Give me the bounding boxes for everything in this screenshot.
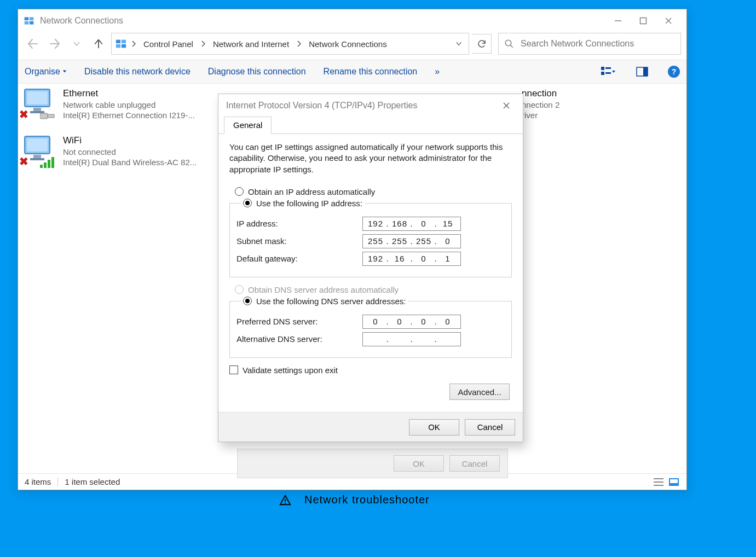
svg-rect-25	[48, 114, 54, 118]
nav-back-button[interactable]	[24, 34, 42, 53]
svg-rect-31	[44, 163, 47, 168]
connection-device: Intel(R) Ethernet Connection I219-...	[63, 111, 195, 120]
warning-icon	[279, 494, 291, 506]
breadcrumb-leaf[interactable]: Network Connections	[305, 38, 390, 50]
status-count: 4 items	[25, 477, 51, 486]
svg-line-13	[510, 45, 513, 48]
svg-rect-24	[40, 113, 48, 119]
validate-on-exit-checkbox[interactable]: Validate settings upon exit	[229, 365, 512, 375]
window-icon	[24, 15, 34, 26]
ok-button[interactable]: OK	[409, 419, 459, 436]
breadcrumb-root[interactable]: Control Panel	[140, 38, 197, 50]
ip-auto-label: Obtain an IP address automatically	[248, 187, 375, 196]
connection-device: Intel(R) Dual Band Wireless-AC 82...	[63, 158, 197, 167]
chevron-right-icon[interactable]	[199, 40, 207, 47]
ip-address-label: IP address:	[236, 219, 362, 228]
connection-title: Ethernet	[63, 88, 195, 99]
alt-dns-input[interactable]: . . .	[362, 332, 461, 346]
rename-button[interactable]: Rename this connection	[324, 67, 418, 77]
ip-manual-label: Use the following IP address:	[256, 199, 362, 208]
minimize-button[interactable]	[605, 9, 631, 32]
connection-item-bluetooth[interactable]: nnection nnection 2 river	[522, 88, 559, 120]
search-input[interactable]	[520, 38, 675, 49]
help-button[interactable]: ?	[668, 66, 680, 78]
dns-auto-radio: Obtain DNS server address automatically	[235, 285, 512, 294]
svg-rect-27	[27, 138, 48, 152]
svg-point-40	[285, 502, 286, 503]
nav-recent-button[interactable]	[67, 34, 86, 53]
dialog-intro-text: You can get IP settings assigned automat…	[229, 142, 512, 175]
default-gateway-input[interactable]: 192. 16. 0. 1	[362, 252, 461, 266]
organise-menu[interactable]: Organise	[25, 67, 67, 77]
ip-manual-radio[interactable]: Use the following IP address:	[243, 199, 362, 208]
dns-auto-label: Obtain DNS server address automatically	[248, 285, 399, 294]
view-options-button[interactable]	[600, 63, 616, 80]
connection-status: Network cable unplugged	[63, 100, 195, 109]
svg-rect-32	[48, 160, 50, 168]
close-button[interactable]	[656, 9, 681, 32]
ipv4-properties-dialog: Internet Protocol Version 4 (TCP/IPv4) P…	[218, 94, 523, 442]
svg-rect-2	[25, 21, 29, 25]
radio-disabled-icon	[235, 285, 244, 294]
ip-manual-group: Use the following IP address: IP address…	[229, 199, 512, 277]
preferred-dns-input[interactable]: 0. 0. 0. 0	[362, 315, 461, 329]
diagnose-button[interactable]: Diagnose this connection	[208, 67, 306, 77]
svg-point-12	[505, 40, 511, 46]
cancel-button[interactable]: Cancel	[465, 419, 515, 436]
svg-rect-30	[40, 165, 43, 168]
breadcrumb-mid[interactable]: Network and Internet	[210, 38, 292, 50]
svg-rect-5	[640, 18, 647, 24]
dns-manual-label: Use the following DNS server addresses:	[256, 297, 406, 306]
disable-device-button[interactable]: Disable this network device	[84, 67, 191, 77]
maximize-button[interactable]	[631, 9, 656, 32]
radio-selected-icon	[243, 199, 252, 207]
nav-row: Control Panel Network and Internet Netwo…	[18, 32, 686, 60]
dialog-title-bar[interactable]: Internet Protocol Version 4 (TCP/IPv4) P…	[218, 94, 523, 117]
status-selection: 1 item selected	[65, 477, 120, 486]
details-view-icon[interactable]	[653, 476, 665, 488]
svg-rect-19	[643, 67, 648, 76]
network-troubleshooter-link[interactable]: Network troubleshooter	[279, 494, 430, 506]
svg-rect-38	[670, 479, 678, 483]
ip-address-input[interactable]: 192. 168. 0. 15	[362, 217, 461, 231]
dns-manual-radio[interactable]: Use the following DNS server addresses:	[243, 297, 406, 306]
cable-plug-icon	[40, 111, 55, 121]
chevron-right-icon[interactable]	[295, 40, 303, 47]
radio-selected-icon	[243, 297, 252, 305]
alt-dns-label: Alternative DNS server:	[236, 334, 362, 344]
nav-up-button[interactable]	[89, 34, 108, 53]
tab-general[interactable]: General	[224, 117, 272, 134]
dialog-close-button[interactable]	[498, 97, 515, 114]
dns-manual-group: Use the following DNS server addresses: …	[229, 297, 512, 358]
connection-status: nnection 2	[522, 100, 559, 109]
default-gateway-label: Default gateway:	[236, 254, 362, 263]
svg-rect-33	[51, 157, 54, 168]
dialog-footer: OK Cancel	[218, 412, 523, 442]
wifi-icon: ✖	[21, 135, 56, 167]
ip-auto-radio[interactable]: Obtain an IP address automatically	[235, 187, 512, 196]
ethernet-icon: ✖	[21, 88, 56, 120]
dialog-title: Internet Protocol Version 4 (TCP/IPv4) P…	[226, 101, 417, 111]
connection-item-wifi[interactable]: ✖ WiFi Not connected Intel(R) Dual Band …	[21, 135, 197, 167]
address-bar[interactable]: Control Panel Network and Internet Netwo…	[111, 33, 469, 55]
search-box[interactable]	[498, 33, 681, 55]
signal-bars-icon	[40, 156, 56, 168]
svg-rect-21	[27, 91, 48, 105]
svg-rect-14	[601, 67, 604, 70]
overflow-chevron[interactable]: »	[435, 67, 440, 77]
refresh-button[interactable]	[472, 34, 492, 54]
chevron-right-icon[interactable]	[129, 40, 138, 47]
preview-pane-button[interactable]	[634, 63, 650, 80]
connection-item-ethernet[interactable]: ✖ Ethernet Network cable unplugged Intel…	[21, 88, 195, 120]
address-icon	[115, 38, 127, 50]
subnet-mask-input[interactable]: 255. 255. 255. 0	[362, 234, 461, 248]
svg-rect-11	[122, 44, 126, 48]
connection-title: nnection	[522, 88, 559, 99]
connection-device: river	[522, 111, 559, 120]
advanced-button[interactable]: Advanced...	[449, 384, 510, 400]
address-dropdown-button[interactable]	[452, 40, 465, 47]
preferred-dns-label: Preferred DNS server:	[236, 317, 362, 326]
nav-forward-button[interactable]	[45, 34, 64, 53]
title-bar[interactable]: Network Connections	[18, 9, 686, 32]
large-icons-view-icon[interactable]	[668, 476, 680, 488]
